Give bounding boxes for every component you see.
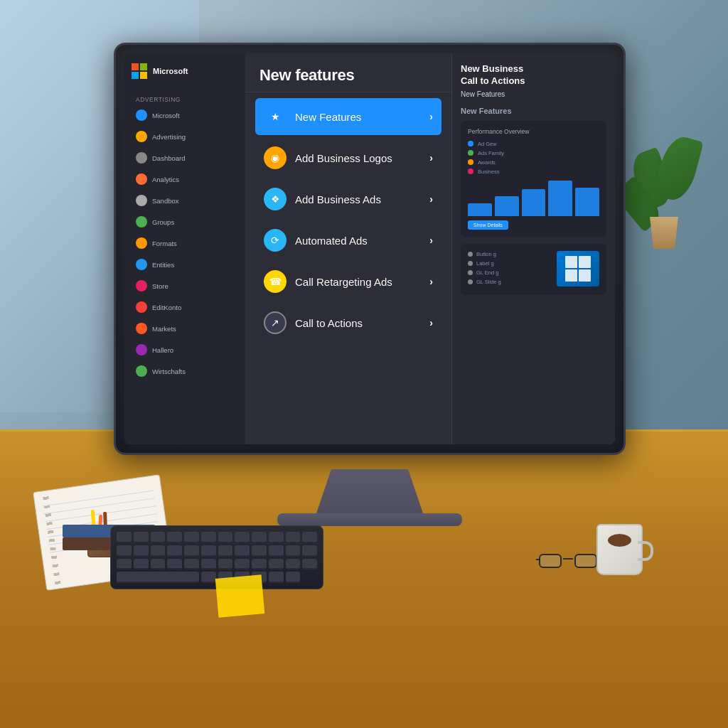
panel-title: New BusinessCall to Actions bbox=[461, 63, 606, 87]
chart-dot-1 bbox=[468, 141, 473, 146]
page-title: New features bbox=[259, 66, 437, 85]
ms-logo-blue bbox=[132, 72, 139, 79]
feature-item-add-ads[interactable]: ❖ Add Business Ads › bbox=[255, 181, 441, 218]
sidebar-icon-hallero bbox=[136, 344, 147, 355]
sidebar-icon-analytics bbox=[136, 173, 147, 185]
main-body: ★ New Features › ◉ Add Business Logos › bbox=[245, 92, 451, 444]
chart-dot-4 bbox=[468, 168, 473, 174]
monitor-base bbox=[277, 513, 462, 526]
sidebar-icon-advertising bbox=[136, 131, 147, 142]
card2-dot-4 bbox=[468, 279, 473, 284]
sidebar-item-hallero[interactable]: Hallero bbox=[132, 341, 238, 359]
sidebar: Microsoft Advertising Microsoft Advertis… bbox=[124, 53, 245, 444]
card2-label-2: Label g bbox=[476, 260, 494, 267]
sidebar-item-formats[interactable]: Formats bbox=[132, 234, 238, 252]
card2-label-3: GL End g bbox=[476, 269, 498, 276]
bar-3 bbox=[522, 189, 546, 216]
sidebar-icon-dashboard bbox=[136, 152, 147, 164]
sidebar-section-header: Advertising bbox=[132, 90, 238, 106]
sidebar-icon-sandbox bbox=[136, 195, 147, 206]
monitor-bezel: Microsoft Advertising Microsoft Advertis… bbox=[114, 43, 626, 455]
chart-row-label-4: Business bbox=[478, 168, 599, 175]
feature-label-automated-ads: Automated Ads bbox=[295, 235, 421, 247]
feature-arrow-new-features: › bbox=[429, 111, 433, 122]
sidebar-brand-label: Microsoft bbox=[153, 67, 188, 75]
card2-row-2: Label g bbox=[468, 260, 551, 267]
sidebar-icon-store bbox=[136, 280, 147, 291]
sidebar-icon-microsoft bbox=[136, 109, 147, 121]
panel-subtitle: New Features bbox=[461, 90, 606, 98]
feature-label-call-retargeting: Call Retargeting Ads bbox=[295, 276, 421, 288]
feature-item-add-logos[interactable]: ◉ Add Business Logos › bbox=[255, 139, 441, 176]
chart-row-3: Awards bbox=[468, 159, 599, 166]
windows-logo-preview bbox=[557, 251, 599, 287]
feature-arrow-call-to-actions: › bbox=[429, 317, 433, 328]
sidebar-item-editkonto[interactable]: EditKonto bbox=[132, 298, 238, 316]
bar-4 bbox=[548, 181, 572, 216]
panel-card-2: Button g Label g GL End g GL Slide bbox=[461, 244, 606, 295]
card2-dot-1 bbox=[468, 252, 473, 257]
feature-arrow-add-logos: › bbox=[429, 152, 433, 164]
sidebar-item-store[interactable]: Store bbox=[132, 277, 238, 295]
sidebar-label-markets: Markets bbox=[152, 325, 176, 333]
sidebar-icon-markets bbox=[136, 323, 147, 334]
sidebar-item-microsoft[interactable]: Microsoft bbox=[132, 106, 238, 124]
win-logo-q4 bbox=[579, 269, 591, 282]
right-panel: New BusinessCall to Actions New Features… bbox=[451, 53, 615, 444]
feature-item-new-features[interactable]: ★ New Features › bbox=[255, 98, 441, 135]
bar-2 bbox=[495, 196, 519, 216]
sidebar-label-wirtschafts: Wirtschafts bbox=[152, 368, 186, 375]
chart-details-button[interactable]: Show Details bbox=[468, 220, 508, 230]
plant-pot bbox=[646, 217, 682, 249]
feature-arrow-automated-ads: › bbox=[429, 235, 433, 246]
chart-row-1: Ad Gew bbox=[468, 141, 599, 147]
sidebar-label-advertising: Advertising bbox=[152, 133, 186, 141]
feature-list: ★ New Features › ◉ Add Business Logos › bbox=[245, 92, 451, 444]
feature-arrow-call-retargeting: › bbox=[429, 276, 433, 287]
main-content: New features ★ New Features › bbox=[245, 53, 451, 444]
sidebar-label-microsoft: Microsoft bbox=[152, 112, 180, 119]
sidebar-item-sandbox[interactable]: Sandbox bbox=[132, 191, 238, 210]
feature-label-call-to-actions: Call to Actions bbox=[295, 317, 421, 329]
chart-dot-2 bbox=[468, 150, 473, 156]
sidebar-item-analytics[interactable]: Analytics bbox=[132, 170, 238, 188]
card2-dot-2 bbox=[468, 261, 473, 266]
sidebar-logo-area: Microsoft bbox=[132, 63, 238, 79]
ms-logo-yellow bbox=[140, 72, 147, 79]
sidebar-item-groups[interactable]: Groups bbox=[132, 213, 238, 231]
feature-item-call-retargeting[interactable]: ☎ Call Retargeting Ads › bbox=[255, 263, 441, 300]
chart-dot-3 bbox=[468, 159, 473, 165]
sidebar-item-markets[interactable]: Markets bbox=[132, 319, 238, 338]
sidebar-item-dashboard[interactable]: Dashboard bbox=[132, 149, 238, 167]
feature-item-call-to-actions[interactable]: ↗ Call to Actions › bbox=[255, 304, 441, 341]
feature-label-new-features: New Features bbox=[295, 111, 421, 123]
win-logo-q1 bbox=[565, 256, 577, 268]
feature-icon-automated-ads: ⟳ bbox=[264, 229, 287, 252]
sidebar-label-store: Store bbox=[152, 282, 168, 290]
sidebar-item-advertising[interactable]: Advertising bbox=[132, 127, 238, 146]
monitor-screen: Microsoft Advertising Microsoft Advertis… bbox=[124, 53, 615, 444]
chart-title: Performance Overview bbox=[468, 128, 599, 135]
sidebar-item-wirtschafts[interactable]: Wirtschafts bbox=[132, 362, 238, 380]
sidebar-label-groups: Groups bbox=[152, 218, 174, 226]
feature-icon-add-logos: ◉ bbox=[264, 146, 287, 169]
ms-logo-green bbox=[140, 63, 147, 70]
card2-row-1: Button g bbox=[468, 251, 551, 257]
ms-logo-red bbox=[132, 63, 139, 70]
sidebar-label-analytics: Analytics bbox=[152, 176, 179, 183]
card2-row-3: GL End g bbox=[468, 269, 551, 276]
feature-label-add-logos: Add Business Logos bbox=[295, 152, 421, 164]
sidebar-label-formats: Formats bbox=[152, 240, 177, 247]
chart-row-label-2: Ads Family bbox=[478, 150, 599, 156]
sidebar-item-entities[interactable]: Entities bbox=[132, 255, 238, 274]
windows-logo-icon bbox=[565, 256, 591, 282]
sidebar-label-entities: Entities bbox=[152, 261, 174, 269]
feature-icon-add-ads: ❖ bbox=[264, 188, 287, 210]
sidebar-label-editkonto: EditKonto bbox=[152, 304, 181, 311]
feature-item-automated-ads[interactable]: ⟳ Automated Ads › bbox=[255, 222, 441, 259]
monitor: Microsoft Advertising Microsoft Advertis… bbox=[114, 43, 626, 526]
bar-1 bbox=[468, 203, 492, 216]
feature-icon-new-features: ★ bbox=[264, 105, 287, 128]
feature-icon-call-to-actions: ↗ bbox=[264, 311, 287, 334]
win-logo-q2 bbox=[579, 256, 591, 268]
